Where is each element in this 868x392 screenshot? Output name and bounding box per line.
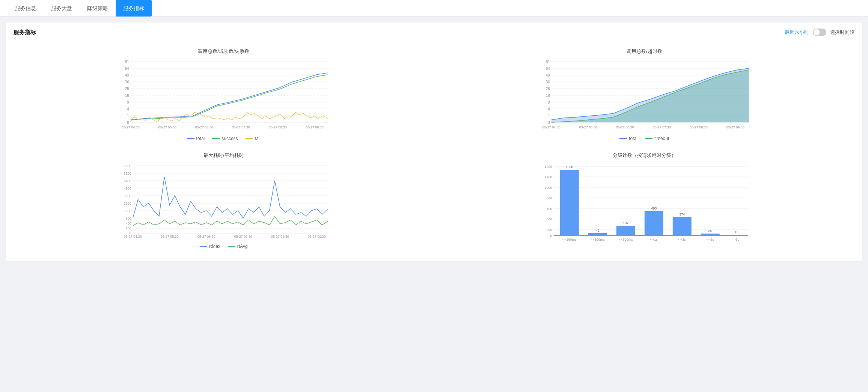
svg-text:05-27 06:30: 05-27 06:30 <box>195 125 213 129</box>
svg-text:05-27 08:30: 05-27 08:30 <box>271 235 289 238</box>
chart3-legend: rtMax rtAvg <box>21 244 426 249</box>
chart-grade-count: 分级计数（按请求耗时分级） 1400 1200 1000 800 600 400… <box>434 146 855 253</box>
page-content: 服务指标 最近六小时 选择时间段 调用总数/成功数/失败数 81 64 49 3… <box>0 17 868 392</box>
svg-text:05-27 08:30: 05-27 08:30 <box>269 125 287 129</box>
time-select-label[interactable]: 选择时间段 <box>830 29 854 36</box>
svg-text:05-27 09:30: 05-27 09:30 <box>308 235 326 238</box>
svg-text:1328: 1328 <box>565 165 573 169</box>
svg-text:0: 0 <box>548 121 550 125</box>
svg-text:<=500ms: <=500ms <box>618 238 633 241</box>
svg-text:2500: 2500 <box>124 202 131 205</box>
legend3-line-rtavg <box>228 246 235 247</box>
svg-text:42: 42 <box>595 229 599 232</box>
svg-text:81: 81 <box>546 60 550 64</box>
legend2-line-total <box>619 138 627 139</box>
chart-rt: 最大耗时/平均耗时 10000 8100 6400 4900 3600 2500… <box>14 146 434 253</box>
svg-text:800: 800 <box>546 196 552 200</box>
svg-text:0: 0 <box>127 121 129 125</box>
chart3-svg: 10000 8100 6400 4900 3600 2500 1600 900 … <box>21 162 426 241</box>
metrics-panel: 服务指标 最近六小时 选择时间段 调用总数/成功数/失败数 81 64 49 3… <box>6 23 862 261</box>
svg-text:16: 16 <box>125 93 130 98</box>
svg-text:400: 400 <box>126 222 131 225</box>
time-toggle[interactable] <box>813 29 826 36</box>
svg-text:25: 25 <box>125 87 130 91</box>
chart3-title: 最大耗时/平均耗时 <box>21 152 426 159</box>
legend2-label-total: total <box>629 136 637 141</box>
legend3-label-rtavg: rtAvg <box>237 244 248 249</box>
svg-text:1: 1 <box>548 114 550 118</box>
bar-5s <box>701 234 719 235</box>
chart1-svg: 81 64 49 36 25 16 9 4 1 0 <box>21 58 426 133</box>
svg-text:05-27 05:30: 05-27 05:30 <box>161 235 179 238</box>
svg-text:64: 64 <box>546 66 550 71</box>
legend-line-success <box>212 138 220 139</box>
bar-1s <box>644 211 663 235</box>
nav-item-downgrade[interactable]: 降级策略 <box>80 0 116 17</box>
svg-text:16: 16 <box>546 93 550 98</box>
bar-3s <box>672 217 691 235</box>
svg-text:05-27 07:30: 05-27 07:30 <box>234 235 252 238</box>
svg-text:<=5s: <=5s <box>706 238 714 241</box>
svg-text:4: 4 <box>548 107 550 111</box>
svg-text:05-27 06:30: 05-27 06:30 <box>197 235 215 238</box>
chart-calls-success-fail: 调用总数/成功数/失败数 81 64 49 36 25 16 9 4 1 0 <box>14 42 434 146</box>
legend-total: total <box>187 136 205 141</box>
chart2-svg: 81 64 49 36 25 16 9 4 1 0 <box>442 58 847 133</box>
svg-text:900: 900 <box>126 217 131 220</box>
svg-text:<=300ms: <=300ms <box>590 238 604 241</box>
svg-text:6400: 6400 <box>124 179 131 183</box>
legend3-rtmax: rtMax <box>200 244 220 249</box>
svg-text:49: 49 <box>125 73 130 77</box>
svg-text:05-27 07:30: 05-27 07:30 <box>232 125 250 129</box>
bar-100ms <box>560 170 579 235</box>
svg-text:200: 200 <box>546 228 552 232</box>
svg-text:10000: 10000 <box>122 164 131 168</box>
charts-grid: 调用总数/成功数/失败数 81 64 49 36 25 16 9 4 1 0 <box>14 42 854 253</box>
chart1-legend: total success fail <box>21 136 426 141</box>
svg-text:0: 0 <box>550 234 552 238</box>
svg-text:8100: 8100 <box>124 172 131 175</box>
svg-text:400: 400 <box>546 217 552 221</box>
svg-text:9: 9 <box>127 100 129 104</box>
svg-text:3600: 3600 <box>124 194 131 198</box>
svg-text:05-27 04:30: 05-27 04:30 <box>124 235 142 238</box>
legend-fail: fail <box>246 136 261 141</box>
svg-text:9: 9 <box>548 100 550 104</box>
svg-text:49: 49 <box>546 73 550 77</box>
svg-text:35: 35 <box>708 229 712 233</box>
svg-text:<=1s: <=1s <box>650 238 658 241</box>
svg-text:05-27 04:30: 05-27 04:30 <box>122 125 140 129</box>
svg-text:1600: 1600 <box>124 209 131 213</box>
svg-text:4: 4 <box>127 107 129 111</box>
bar-500ms <box>616 226 635 235</box>
svg-text:05-27 06:30: 05-27 06:30 <box>616 125 634 129</box>
svg-text:1200: 1200 <box>544 175 552 179</box>
legend-label-fail: fail <box>255 136 261 141</box>
svg-text:05-27 09:30: 05-27 09:30 <box>306 125 324 129</box>
legend2-line-timeout <box>645 138 653 139</box>
chart4-title: 分级计数（按请求耗时分级） <box>442 152 847 159</box>
chart2-title: 调用总数/超时数 <box>442 48 847 55</box>
legend-success: success <box>212 136 238 141</box>
svg-text:1000: 1000 <box>544 186 552 190</box>
svg-text:197: 197 <box>623 221 628 225</box>
svg-text:81: 81 <box>125 60 130 64</box>
svg-text:05-27 05:30: 05-27 05:30 <box>579 125 597 129</box>
svg-text:36: 36 <box>125 80 130 84</box>
svg-text:374: 374 <box>679 213 685 216</box>
chart4-svg: 1400 1200 1000 800 600 400 200 0 <box>442 162 847 248</box>
nav-item-service-info[interactable]: 服务信息 <box>8 0 44 17</box>
svg-text:1: 1 <box>127 114 129 118</box>
nav-item-metrics[interactable]: 服务指标 <box>116 0 152 17</box>
svg-text:100: 100 <box>126 226 131 230</box>
top-navigation: 服务信息 服务大盘 降级策略 服务指标 <box>0 0 868 17</box>
svg-text:05-27 05:30: 05-27 05:30 <box>158 125 176 129</box>
chart3-area: 10000 8100 6400 4900 3600 2500 1600 900 … <box>21 162 426 241</box>
legend-label-success: success <box>222 136 238 141</box>
chart2-legend: total timeout <box>442 136 847 141</box>
svg-text:>5s: >5s <box>734 238 739 241</box>
bar-300ms <box>588 233 607 235</box>
legend3-line-rtmax <box>200 246 207 247</box>
nav-item-service-board[interactable]: 服务大盘 <box>44 0 80 17</box>
svg-text:05-27 04:30: 05-27 04:30 <box>542 125 560 129</box>
